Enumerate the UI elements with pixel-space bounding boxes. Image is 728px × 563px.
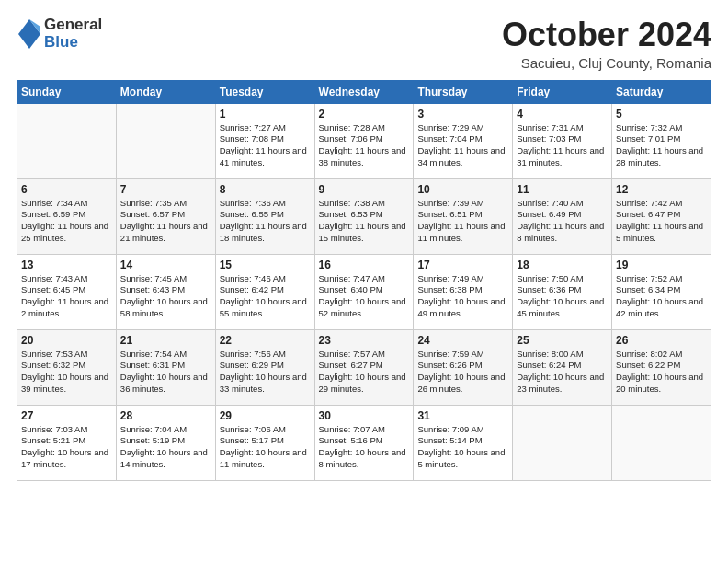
calendar-cell: 6Sunrise: 7:34 AMSunset: 6:59 PMDaylight…: [17, 178, 117, 254]
day-content: Sunrise: 7:31 AMSunset: 7:03 PMDaylight:…: [517, 122, 608, 169]
day-number: 15: [220, 259, 311, 271]
calendar-cell: 17Sunrise: 7:49 AMSunset: 6:38 PMDayligh…: [414, 254, 513, 329]
col-friday: Friday: [513, 80, 612, 103]
header: General Blue October 2024 Sacuieu, Cluj …: [17, 17, 711, 71]
day-number: 28: [120, 409, 211, 422]
day-number: 7: [120, 183, 211, 196]
day-content: Sunrise: 7:34 AMSunset: 6:59 PMDaylight:…: [21, 198, 112, 245]
day-content: Sunrise: 7:29 AMSunset: 7:04 PMDaylight:…: [417, 122, 508, 169]
calendar-cell: 26Sunrise: 8:02 AMSunset: 6:22 PMDayligh…: [612, 329, 711, 405]
logo-blue-text: Blue: [44, 34, 102, 52]
calendar-cell: 28Sunrise: 7:04 AMSunset: 5:19 PMDayligh…: [116, 405, 215, 480]
day-content: Sunrise: 7:59 AMSunset: 6:26 PMDaylight:…: [417, 349, 508, 396]
calendar-cell: 27Sunrise: 7:03 AMSunset: 5:21 PMDayligh…: [17, 405, 117, 480]
day-number: 26: [616, 334, 707, 347]
day-content: Sunrise: 7:04 AMSunset: 5:19 PMDaylight:…: [120, 424, 211, 471]
month-title: October 2024: [502, 17, 711, 53]
day-number: 14: [120, 259, 211, 271]
day-number: 1: [220, 108, 311, 121]
day-content: Sunrise: 7:07 AMSunset: 5:16 PMDaylight:…: [319, 424, 410, 471]
day-number: 27: [21, 409, 112, 422]
day-content: Sunrise: 8:02 AMSunset: 6:22 PMDaylight:…: [616, 349, 707, 396]
calendar-cell: 30Sunrise: 7:07 AMSunset: 5:16 PMDayligh…: [314, 405, 414, 480]
day-content: Sunrise: 7:50 AMSunset: 6:36 PMDaylight:…: [517, 273, 608, 320]
title-block: October 2024 Sacuieu, Cluj County, Roman…: [502, 17, 711, 71]
calendar-cell: 9Sunrise: 7:38 AMSunset: 6:53 PMDaylight…: [314, 178, 414, 254]
col-monday: Monday: [116, 80, 215, 103]
col-thursday: Thursday: [414, 80, 513, 103]
calendar-cell: [17, 103, 117, 178]
col-wednesday: Wednesday: [314, 80, 414, 103]
col-sunday: Sunday: [17, 80, 117, 103]
day-content: Sunrise: 7:46 AMSunset: 6:42 PMDaylight:…: [220, 273, 311, 320]
day-content: Sunrise: 7:32 AMSunset: 7:01 PMDaylight:…: [616, 122, 707, 169]
calendar-cell: 2Sunrise: 7:28 AMSunset: 7:06 PMDaylight…: [314, 103, 414, 178]
day-content: Sunrise: 7:49 AMSunset: 6:38 PMDaylight:…: [417, 273, 508, 320]
day-content: Sunrise: 7:54 AMSunset: 6:31 PMDaylight:…: [120, 349, 211, 396]
logo-icon: [17, 17, 42, 51]
day-content: Sunrise: 7:03 AMSunset: 5:21 PMDaylight:…: [21, 424, 112, 471]
day-number: 20: [21, 334, 112, 347]
day-content: Sunrise: 7:56 AMSunset: 6:29 PMDaylight:…: [220, 349, 311, 396]
calendar-cell: 1Sunrise: 7:27 AMSunset: 7:08 PMDaylight…: [215, 103, 314, 178]
day-number: 13: [21, 259, 112, 271]
calendar-cell: 25Sunrise: 8:00 AMSunset: 6:24 PMDayligh…: [513, 329, 612, 405]
day-number: 4: [517, 108, 608, 121]
day-content: Sunrise: 7:27 AMSunset: 7:08 PMDaylight:…: [220, 122, 311, 169]
logo: General Blue: [17, 17, 102, 51]
day-number: 3: [417, 108, 508, 121]
calendar-cell: [612, 405, 711, 480]
logo-general-text: General: [44, 17, 102, 34]
calendar-week-3: 13Sunrise: 7:43 AMSunset: 6:45 PMDayligh…: [17, 254, 711, 329]
calendar-cell: 29Sunrise: 7:06 AMSunset: 5:17 PMDayligh…: [215, 405, 314, 480]
col-saturday: Saturday: [612, 80, 711, 103]
calendar-cell: 24Sunrise: 7:59 AMSunset: 6:26 PMDayligh…: [414, 329, 513, 405]
calendar-cell: 21Sunrise: 7:54 AMSunset: 6:31 PMDayligh…: [116, 329, 215, 405]
day-content: Sunrise: 7:45 AMSunset: 6:43 PMDaylight:…: [120, 273, 211, 320]
day-number: 12: [616, 183, 707, 196]
calendar-cell: 18Sunrise: 7:50 AMSunset: 6:36 PMDayligh…: [513, 254, 612, 329]
calendar-cell: 11Sunrise: 7:40 AMSunset: 6:49 PMDayligh…: [513, 178, 612, 254]
day-content: Sunrise: 7:43 AMSunset: 6:45 PMDaylight:…: [21, 273, 112, 320]
day-number: 21: [120, 334, 211, 347]
day-number: 10: [417, 183, 508, 196]
day-content: Sunrise: 7:47 AMSunset: 6:40 PMDaylight:…: [319, 273, 410, 320]
location-subtitle: Sacuieu, Cluj County, Romania: [502, 55, 711, 71]
day-number: 31: [417, 409, 508, 422]
day-content: Sunrise: 7:36 AMSunset: 6:55 PMDaylight:…: [220, 198, 311, 245]
calendar-cell: 19Sunrise: 7:52 AMSunset: 6:34 PMDayligh…: [612, 254, 711, 329]
day-number: 23: [319, 334, 410, 347]
calendar-cell: 23Sunrise: 7:57 AMSunset: 6:27 PMDayligh…: [314, 329, 414, 405]
col-tuesday: Tuesday: [215, 80, 314, 103]
day-number: 22: [220, 334, 311, 347]
day-content: Sunrise: 7:52 AMSunset: 6:34 PMDaylight:…: [616, 273, 707, 320]
day-number: 30: [319, 409, 410, 422]
day-number: 16: [319, 259, 410, 271]
day-content: Sunrise: 7:35 AMSunset: 6:57 PMDaylight:…: [120, 198, 211, 245]
calendar-cell: 8Sunrise: 7:36 AMSunset: 6:55 PMDaylight…: [215, 178, 314, 254]
calendar-cell: 12Sunrise: 7:42 AMSunset: 6:47 PMDayligh…: [612, 178, 711, 254]
calendar-week-5: 27Sunrise: 7:03 AMSunset: 5:21 PMDayligh…: [17, 405, 711, 480]
calendar-cell: 4Sunrise: 7:31 AMSunset: 7:03 PMDaylight…: [513, 103, 612, 178]
day-number: 19: [616, 259, 707, 271]
day-content: Sunrise: 8:00 AMSunset: 6:24 PMDaylight:…: [517, 349, 608, 396]
day-content: Sunrise: 7:57 AMSunset: 6:27 PMDaylight:…: [319, 349, 410, 396]
day-content: Sunrise: 7:38 AMSunset: 6:53 PMDaylight:…: [319, 198, 410, 245]
day-number: 9: [319, 183, 410, 196]
calendar-cell: [513, 405, 612, 480]
logo-text: General Blue: [44, 17, 102, 51]
day-number: 6: [21, 183, 112, 196]
calendar-week-2: 6Sunrise: 7:34 AMSunset: 6:59 PMDaylight…: [17, 178, 711, 254]
calendar-cell: 5Sunrise: 7:32 AMSunset: 7:01 PMDaylight…: [612, 103, 711, 178]
day-number: 11: [517, 183, 608, 196]
page: General Blue October 2024 Sacuieu, Cluj …: [0, 0, 728, 563]
day-content: Sunrise: 7:06 AMSunset: 5:17 PMDaylight:…: [220, 424, 311, 471]
day-content: Sunrise: 7:42 AMSunset: 6:47 PMDaylight:…: [616, 198, 707, 245]
day-number: 5: [616, 108, 707, 121]
svg-marker-0: [18, 19, 40, 49]
calendar-week-1: 1Sunrise: 7:27 AMSunset: 7:08 PMDaylight…: [17, 103, 711, 178]
calendar-cell: 16Sunrise: 7:47 AMSunset: 6:40 PMDayligh…: [314, 254, 414, 329]
day-number: 17: [417, 259, 508, 271]
day-content: Sunrise: 7:39 AMSunset: 6:51 PMDaylight:…: [417, 198, 508, 245]
day-number: 29: [220, 409, 311, 422]
